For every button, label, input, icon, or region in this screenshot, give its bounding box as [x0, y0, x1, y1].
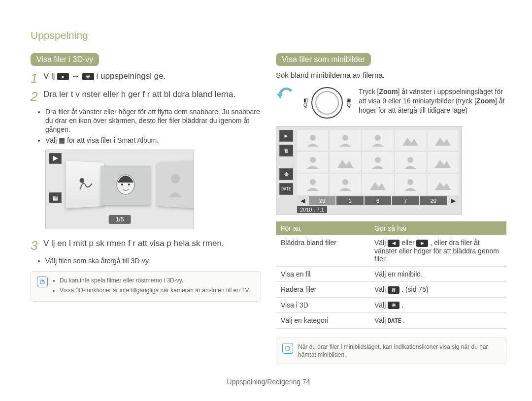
bullet-item: Dra filer åt vänster eller höger för att…: [45, 107, 261, 134]
grid-icon[interactable]: ▦: [49, 192, 62, 203]
play-icon: [57, 73, 69, 80]
svg-point-15: [407, 179, 413, 185]
thumbnail[interactable]: [362, 152, 393, 173]
row-label: Visa i 3D: [276, 297, 369, 313]
step-1: 1 V lj → i uppspelningsl ge.: [31, 71, 261, 86]
svg-point-12: [407, 157, 413, 163]
info-icon: [37, 277, 48, 287]
bullet-item: Välj filen som ska återgå till 3D-vy.: [45, 256, 261, 265]
thumbnail[interactable]: [330, 130, 361, 151]
thumbnail[interactable]: [297, 130, 328, 151]
intro-text: Sök bland minibilderna av filerna.: [276, 71, 506, 79]
dial-icon: [311, 87, 343, 119]
step-3-text: V lj en l mitt p sk rmen f r att visa p …: [43, 238, 261, 249]
svg-point-14: [342, 179, 348, 185]
bullet-item: Välj ▦ för att visa filer i Smart Album.: [45, 136, 261, 145]
table-header: Gör så här: [369, 221, 506, 235]
thumb-side-right: [157, 161, 194, 209]
thumbnail[interactable]: [330, 174, 361, 195]
thumbnail[interactable]: [297, 174, 328, 195]
row-action: Välj . (sid 75): [369, 281, 506, 297]
step-2: 2 Dra ler t v nster eller h ger f r att …: [31, 89, 261, 104]
footer-label: Uppspelning/Redigering: [227, 378, 300, 386]
thumbnail[interactable]: [428, 174, 459, 195]
nav-prev-button[interactable]: ◀: [297, 196, 308, 205]
nav-number[interactable]: 29: [309, 196, 335, 205]
thumbnail[interactable]: [362, 174, 393, 195]
step-3: 3 V lj en l mitt p sk rmen f r att visa …: [31, 238, 261, 253]
table-row: Välj en kategori Välj DATE .: [276, 313, 506, 328]
zoom-dial: ◧ Q ▣ Q: [302, 87, 352, 119]
table-row: Visa en fil Välj en minibild.: [276, 266, 506, 281]
figure-thumbnail-grid: ► 🗑 ❋ DATE: [276, 126, 462, 215]
thumbnail[interactable]: [395, 130, 426, 151]
flower-3d-icon[interactable]: ❋: [279, 168, 293, 180]
thumbnail[interactable]: [297, 152, 328, 173]
left-heading-pill: Visa filer i 3D-vy: [31, 53, 99, 66]
step-1-text: V lj → i uppspelningsl ge.: [43, 71, 261, 82]
dial-left-labels: ◧ Q: [303, 98, 308, 108]
svg-point-13: [310, 179, 316, 185]
nav-number[interactable]: 1: [336, 196, 363, 205]
svg-point-8: [342, 135, 348, 141]
row-label: Välj en kategori: [276, 313, 369, 328]
nav-next-button[interactable]: ▶: [448, 196, 459, 205]
trash-icon[interactable]: 🗑: [279, 145, 293, 156]
thumbnail[interactable]: [428, 152, 459, 173]
table-header: För att: [276, 221, 369, 235]
zoom-instruction: ◧ Q ▣ Q Tryck [Zoom] åt vänster i uppspe…: [276, 87, 506, 119]
step-number: 1: [31, 71, 43, 86]
svg-marker-6: [277, 93, 283, 99]
figure-date: 2010 . 7.1: [297, 206, 327, 213]
figure-iconbar: ► 🗑 ❋ DATE: [279, 130, 293, 195]
row-action: Välj .: [369, 297, 506, 313]
flower-3d-icon: [82, 73, 94, 80]
section-header: Uppspelning: [31, 30, 506, 41]
right-heading-pill: Visa filer som minibilder: [276, 53, 371, 66]
row-action: Välj DATE .: [369, 313, 506, 328]
svg-point-2: [171, 174, 180, 184]
date-icon[interactable]: DATE: [279, 183, 293, 195]
right-arrow-icon: [416, 240, 428, 247]
thumbnail[interactable]: [362, 130, 393, 151]
thumb-center[interactable]: [101, 166, 150, 205]
zoom-text: Tryck [Zoom] åt vänster i uppspelningslä…: [359, 87, 506, 119]
svg-point-1: [80, 178, 85, 183]
table-row: Visa i 3D Välj .: [276, 297, 506, 313]
figure-counter: 1/5: [109, 215, 131, 224]
info-item: Vissa 3D-funktioner är inte tillgängliga…: [60, 286, 250, 294]
svg-point-11: [375, 157, 381, 163]
play-icon[interactable]: [49, 153, 62, 164]
nav-number[interactable]: 6: [365, 196, 391, 205]
row-action: Välj en minibild.: [369, 266, 506, 281]
curved-arrow-icon: [276, 87, 296, 119]
thumbnail[interactable]: [428, 130, 459, 151]
nav-number[interactable]: 20: [420, 196, 447, 205]
info-box: Du kan inte spela filmer eller röstmemo …: [31, 271, 261, 302]
play-icon[interactable]: ►: [279, 130, 293, 142]
svg-point-4: [121, 184, 123, 185]
footer-page: 74: [302, 378, 310, 386]
svg-point-7: [310, 135, 316, 141]
actions-table: För att Gör så här Bläddra bland filer V…: [276, 221, 506, 329]
info-text: Du kan inte spela filmer eller röstmemo …: [53, 277, 250, 296]
nav-row: ◀ 29 1 6 7 20 ▶: [297, 196, 459, 205]
thumbnail[interactable]: [330, 152, 361, 173]
thumbnail[interactable]: [395, 174, 426, 195]
row-label: Radera filer: [276, 281, 369, 297]
step-3-bullets: Välj filen som ska återgå till 3D-vy.: [45, 256, 261, 265]
date-icon: DATE: [388, 318, 401, 325]
row-label: Bläddra bland filer: [276, 235, 369, 266]
table-row: Bläddra bland filer Välj eller , eller d…: [276, 235, 506, 266]
thumbnail[interactable]: [395, 152, 426, 173]
row-label: Visa en fil: [276, 266, 369, 281]
nav-number[interactable]: 7: [392, 196, 419, 205]
right-column: Visa filer som minibilder Sök bland mini…: [276, 53, 506, 364]
svg-marker-0: [53, 156, 58, 161]
table-row: Radera filer Välj . (sid 75): [276, 281, 506, 297]
flower-3d-icon: [388, 302, 399, 309]
step-number: 2: [31, 89, 43, 104]
svg-point-9: [375, 135, 381, 141]
page-footer: Uppspelning/Redigering 74: [31, 378, 506, 386]
step-2-text: Dra ler t v nster eller h ger f r att bl…: [43, 89, 261, 100]
